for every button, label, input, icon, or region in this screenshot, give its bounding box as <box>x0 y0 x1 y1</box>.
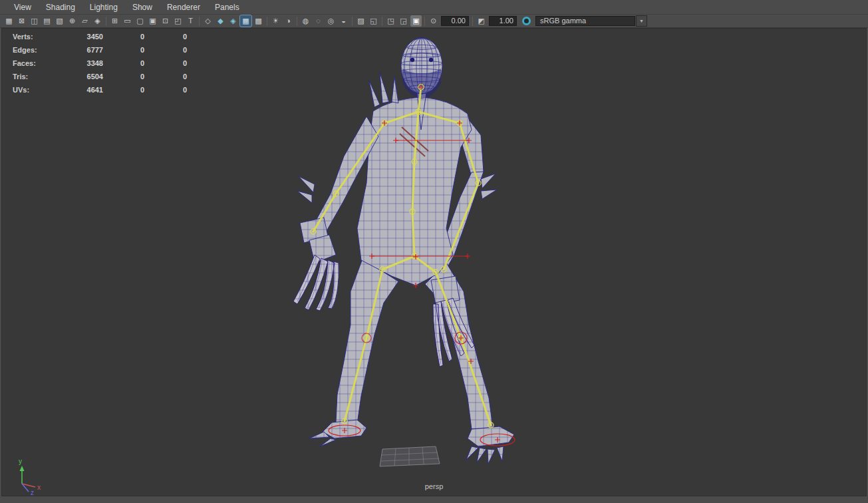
shadows-icon[interactable]: ◑ <box>283 15 294 27</box>
hud-tris-label: Tris: <box>13 73 67 81</box>
panel-toolbar: ▦⊠◫▤▧⊕▱◈⊞▭▢▣⊡◰T◇◆◈▦▩☀◑◍◌◎◒▨◱◳◲▣ ⊙ 0.00 ◩… <box>0 15 868 28</box>
hud-uvs-total: 4641 <box>67 86 103 94</box>
all-lights-icon[interactable]: ☀ <box>270 15 281 27</box>
buffer-mode-icon[interactable]: ▣ <box>410 15 422 27</box>
motion-blur-icon[interactable]: ◌ <box>313 15 324 27</box>
lock-camera-icon[interactable]: ⊠ <box>16 15 27 27</box>
hud-uvs-label: UVs: <box>13 86 67 94</box>
axis-y-label: y <box>19 458 22 465</box>
toolbar-separator <box>382 17 382 26</box>
resolution-gate-icon[interactable]: ▢ <box>134 15 146 27</box>
toolbar-separator <box>267 17 267 26</box>
hud-tris-total: 6504 <box>67 73 103 81</box>
toolbar-separator <box>106 17 106 26</box>
menu-lighting[interactable]: Lighting <box>82 0 125 15</box>
hud-edges-total: 6777 <box>67 46 103 55</box>
scene-canvas: y x z <box>2 29 866 496</box>
hud-verts-label: Verts: <box>13 33 67 41</box>
hud-edges-label: Edges: <box>13 46 67 55</box>
camera-attributes-icon[interactable]: ◫ <box>29 15 40 27</box>
toolbar-icon-groups: ▦⊠◫▤▧⊕▱◈⊞▭▢▣⊡◰T◇◆◈▦▩☀◑◍◌◎◒▨◱◳◲▣ <box>3 15 422 27</box>
safe-action-icon[interactable]: ◰ <box>172 15 184 27</box>
grid-icon[interactable]: ⊞ <box>109 15 120 27</box>
panel-menu-bar: View Shading Lighting Show Renderer Pane… <box>0 0 868 15</box>
view-transform-dropdown-arrow-icon[interactable]: ▼ <box>636 15 647 27</box>
hud-tris-col2: 0 <box>103 73 144 81</box>
gate-mask-icon[interactable]: ▣ <box>147 15 158 27</box>
camera-name-label: persp <box>2 482 866 490</box>
screen-space-ao-icon[interactable]: ◍ <box>300 15 311 27</box>
menu-renderer[interactable]: Renderer <box>160 0 208 15</box>
depth-of-field-icon[interactable]: ◒ <box>338 15 349 27</box>
exposure-icon[interactable]: ⊙ <box>428 15 439 27</box>
film-gate-icon[interactable]: ▭ <box>122 15 133 27</box>
smooth-shade-all-icon[interactable]: ◆ <box>215 15 226 27</box>
safe-title-icon[interactable]: T <box>185 15 196 27</box>
hud-verts-col3: 0 <box>144 33 187 41</box>
toolbar-separator <box>199 17 200 26</box>
viewport-mask-icon[interactable]: ◱ <box>368 15 379 27</box>
color-management-toggle-icon[interactable] <box>522 17 531 25</box>
menu-shading[interactable]: Shading <box>39 0 82 15</box>
hud-faces-label: Faces: <box>13 59 67 68</box>
snapshot-icon[interactable]: ◈ <box>92 15 103 27</box>
textured-icon[interactable]: ◈ <box>227 15 239 27</box>
grease-pencil-icon[interactable]: ▱ <box>79 15 90 27</box>
paste-buffer-icon[interactable]: ◲ <box>398 15 409 27</box>
hud-faces-col2: 0 <box>103 59 144 68</box>
hud-uvs-col2: 0 <box>103 86 144 94</box>
exposure-field[interactable]: 0.00 <box>441 16 469 26</box>
menu-view[interactable]: View <box>7 0 39 15</box>
toolbar-separator <box>424 17 425 26</box>
image-plane-icon[interactable]: ▧ <box>54 15 65 27</box>
perspective-viewport[interactable]: y x z Verts: 3450 0 0 Edges: 6777 0 0 Fa… <box>1 28 867 496</box>
hud-verts-total: 3450 <box>67 33 103 41</box>
hud-faces-col3: 0 <box>144 59 187 68</box>
wireframe-on-shaded-icon[interactable]: ▦ <box>240 15 251 27</box>
viewport-frame: y x z Verts: 3450 0 0 Edges: 6777 0 0 Fa… <box>0 28 868 503</box>
bookmarks-icon[interactable]: ▤ <box>41 15 53 27</box>
select-camera-icon[interactable]: ▦ <box>3 15 15 27</box>
anti-aliasing-icon[interactable]: ◎ <box>325 15 337 27</box>
wireframe-icon[interactable]: ◇ <box>202 15 214 27</box>
2d-pan-zoom-icon[interactable]: ⊕ <box>67 15 78 27</box>
view-transform-dropdown[interactable]: sRGB gamma <box>535 16 635 26</box>
hud-uvs-col3: 0 <box>144 86 187 94</box>
menu-panels[interactable]: Panels <box>208 0 247 15</box>
use-default-material-icon[interactable]: ▩ <box>253 15 264 27</box>
hud-edges-col2: 0 <box>103 46 144 55</box>
field-chart-icon[interactable]: ⊡ <box>160 15 171 27</box>
copy-buffer-icon[interactable]: ◳ <box>385 15 396 27</box>
hud-tris-col3: 0 <box>144 73 187 81</box>
poly-count-hud: Verts: 3450 0 0 Edges: 6777 0 0 Faces: 3… <box>13 33 187 94</box>
menu-show[interactable]: Show <box>125 0 160 15</box>
hud-verts-col2: 0 <box>103 33 144 41</box>
toolbar-separator <box>297 17 297 26</box>
gamma-field[interactable]: 1.00 <box>489 16 517 26</box>
gamma-icon[interactable]: ◩ <box>476 15 487 27</box>
isolate-select-icon[interactable]: ▨ <box>355 15 366 27</box>
toolbar-separator <box>352 17 353 26</box>
hud-edges-col3: 0 <box>144 46 187 55</box>
hud-faces-total: 3348 <box>67 59 103 68</box>
toolbar-separator <box>472 17 473 26</box>
ground-plane[interactable] <box>380 446 440 466</box>
